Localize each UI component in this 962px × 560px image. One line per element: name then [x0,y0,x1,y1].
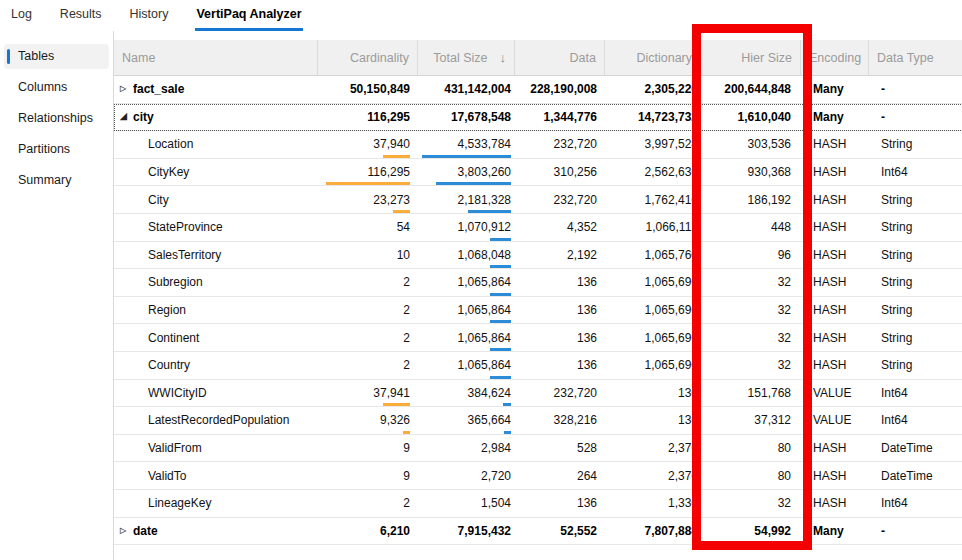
cell-value: 32 [778,303,791,317]
cell-name: StateProvince [114,214,318,241]
tab-history[interactable]: History [129,1,170,31]
cell-data: 264 [515,462,605,489]
cell-name: CityKey [114,159,318,186]
cell-total_size: 2,720 [418,462,515,489]
table-row-WWICityID[interactable]: WWICityID37,941384,624232,720136151,768V… [114,380,962,408]
row-name-label: Continent [148,331,199,345]
table-row-City[interactable]: City23,2732,181,328232,7201,762,416186,1… [114,186,962,214]
cell-dictionary: 1,065,760 [605,242,701,269]
column-header-label: Name [122,51,155,65]
table-row-ValidTo[interactable]: ValidTo92,7202642,37680HASHDateTime [114,462,962,490]
table-row-LatestRecordedPopulation[interactable]: LatestRecordedPopulation9,326365,664328,… [114,407,962,435]
cell-value: 328,216 [554,413,597,427]
tab-results[interactable]: Results [59,1,103,31]
table-row-CityKey[interactable]: CityKey116,2953,803,260310,2562,562,6369… [114,159,962,187]
cardinality-databar [403,431,410,434]
cell-value: 264 [577,469,597,483]
cell-data: 136 [515,297,605,324]
collapse-icon[interactable]: ◢ [120,112,133,121]
cell-value: 232,720 [554,137,597,151]
cell-encoding: HASH [801,435,869,462]
cell-name: Subregion [114,269,318,296]
column-header-cardinality[interactable]: Cardinality [318,40,418,75]
table-row-date[interactable]: ▷date6,2107,915,43252,5527,807,88854,992… [114,518,962,546]
cell-data_type: DateTime [869,462,962,489]
cell-value: 14,723,732 [638,110,698,124]
column-header-total_size[interactable]: Total Size↓ [418,40,515,75]
cardinality-databar [393,210,410,213]
table-row-Country[interactable]: Country21,065,8641361,065,69632HASHStrin… [114,352,962,380]
column-header-encoding[interactable]: Encoding [801,40,869,75]
cell-hier_size: 54,992 [701,518,801,545]
table-row-LineageKey[interactable]: LineageKey21,5041361,33632HASHInt64 [114,490,962,518]
column-header-dictionary[interactable]: Dictionary [605,40,701,75]
sidebar-item-summary[interactable]: Summary [4,168,109,193]
column-header-data_type[interactable]: Data Type [869,40,962,75]
cell-encoding: HASH [801,242,869,269]
cell-value: 2,376 [668,441,698,455]
column-header-hier_size[interactable]: Hier Size [701,40,801,75]
tab-vertipaq-analyzer[interactable]: VertiPaq Analyzer [195,1,302,31]
cell-value: 9 [403,441,410,455]
cell-data_type: DateTime [869,435,962,462]
table-row-ValidFrom[interactable]: ValidFrom92,9845282,37680HASHDateTime [114,435,962,463]
expand-icon[interactable]: ▷ [120,85,133,93]
row-name-label: SalesTerritory [148,248,221,262]
total_size-databar [504,431,511,434]
cell-dictionary: 1,066,112 [605,214,701,241]
cell-data: 232,720 [515,380,605,407]
cell-dictionary: 1,336 [605,490,701,517]
cell-data: 528 [515,435,605,462]
cell-value: 1,344,776 [544,110,597,124]
cell-value: HASH [813,303,846,317]
table-row-StateProvince[interactable]: StateProvince541,070,9124,3521,066,11244… [114,214,962,242]
sidebar-item-relationships[interactable]: Relationships [4,106,109,131]
column-header-data[interactable]: Data [515,40,605,75]
cell-value: Int64 [881,413,908,427]
cell-value: 9 [403,469,410,483]
cell-data: 328,216 [515,407,605,434]
cell-data: 310,256 [515,159,605,186]
cell-value: HASH [813,469,846,483]
cell-encoding: VALUE [801,380,869,407]
sidebar-item-partitions[interactable]: Partitions [4,137,109,162]
cell-encoding: HASH [801,352,869,379]
sidebar: Tables Columns Relationships Partitions … [0,31,113,560]
table-row-Continent[interactable]: Continent21,065,8641361,065,69632HASHStr… [114,324,962,352]
cell-value: 9,326 [380,413,410,427]
cell-value: String [881,220,912,234]
expand-icon[interactable]: ▷ [120,527,133,535]
cell-value: VALUE [813,413,851,427]
row-name-label: City [148,193,169,207]
total_size-databar [422,155,511,158]
cell-value: 232,720 [554,193,597,207]
sidebar-item-tables[interactable]: Tables [4,44,109,69]
cell-value: 1,066,112 [646,220,699,234]
cell-name: LineageKey [114,490,318,517]
table-row-Subregion[interactable]: Subregion21,065,8641361,065,69632HASHStr… [114,269,962,297]
table-row-Region[interactable]: Region21,065,8641361,065,69632HASHString [114,297,962,325]
selected-indicator [7,49,10,64]
table-row-SalesTerritory[interactable]: SalesTerritory101,068,0482,1921,065,7609… [114,242,962,270]
cell-value: HASH [813,275,846,289]
cell-value: HASH [813,193,846,207]
sidebar-item-label: Columns [18,80,67,94]
column-header-label: Hier Size [741,51,792,65]
cell-data: 136 [515,269,605,296]
cell-value: 136 [678,413,698,427]
table-row-city[interactable]: ◢city116,29517,678,5481,344,77614,723,73… [114,104,962,132]
cell-encoding: HASH [801,297,869,324]
cell-value: 1,762,416 [645,193,698,207]
table-row-fact_sale[interactable]: ▷fact_sale50,150,849431,142,004228,190,0… [114,76,962,104]
cell-dictionary: 2,562,636 [605,159,701,186]
cell-cardinality: 9 [318,462,418,489]
cell-value: 1,610,040 [738,110,791,124]
cell-data_type: Int64 [869,380,962,407]
sidebar-item-columns[interactable]: Columns [4,75,109,100]
tab-log[interactable]: Log [10,1,33,31]
cell-hier_size: 32 [701,269,801,296]
table-row-Location[interactable]: Location37,9404,533,784232,7203,997,5283… [114,131,962,159]
column-header-name[interactable]: Name [114,40,318,75]
cell-value: 4,352 [567,220,597,234]
cell-encoding: HASH [801,131,869,158]
